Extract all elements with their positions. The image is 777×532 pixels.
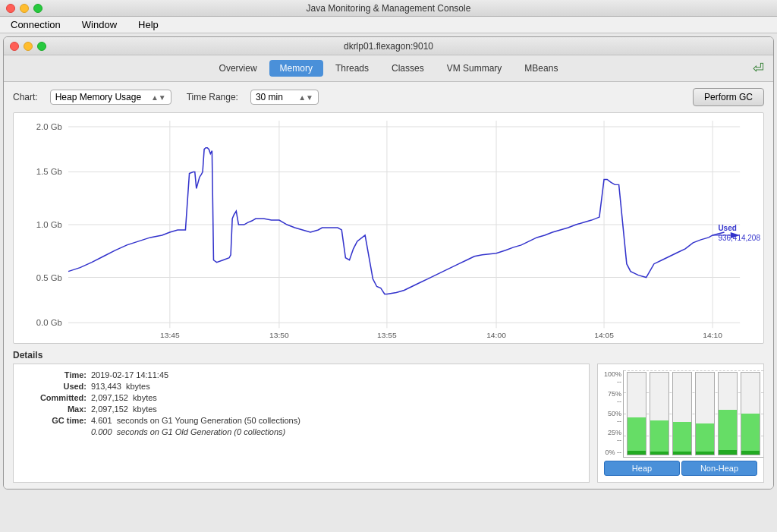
inner-controls[interactable] <box>10 42 46 51</box>
svg-text:14:05: 14:05 <box>594 331 614 339</box>
chart-value-label: Used 936,414,208 <box>718 223 760 243</box>
title-bar: Java Monitoring & Management Console <box>0 0 777 17</box>
tab-threads[interactable]: Threads <box>325 60 379 77</box>
svg-text:13:55: 13:55 <box>377 331 397 339</box>
detail-gc-key: GC time: <box>23 416 91 425</box>
svg-text:2.0 Gb: 2.0 Gb <box>36 122 62 131</box>
svg-text:0.5 Gb: 0.5 Gb <box>36 273 62 282</box>
menu-window[interactable]: Window <box>77 17 121 32</box>
detail-gc1-value: 4.601 seconds on G1 Young Generation (50… <box>91 416 300 425</box>
chart-type-select[interactable]: Heap Memory Usage ▲▼ <box>50 90 171 105</box>
svg-text:1.5 Gb: 1.5 Gb <box>36 168 62 177</box>
memory-chart: 2.0 Gb 1.5 Gb 1.0 Gb 0.5 Gb 0.0 Gb <box>14 113 763 343</box>
detail-gc2-value: 0.000 seconds on G1 Old Generation (0 co… <box>91 427 285 436</box>
details-area: Time: 2019-02-17 14:11:45 Used: 913,443 … <box>13 364 764 483</box>
detail-used-row: Used: 913,443 kbytes <box>23 382 580 391</box>
detail-committed-key: Committed: <box>23 393 91 402</box>
svg-text:0.0 Gb: 0.0 Gb <box>36 318 62 327</box>
detail-time-row: Time: 2019-02-17 14:11:45 <box>23 370 580 379</box>
time-range-label: Time Range: <box>187 92 238 102</box>
svg-text:1.0 Gb: 1.0 Gb <box>36 220 62 229</box>
chart-controls: Chart: Heap Memory Usage ▲▼ Time Range: … <box>13 88 764 106</box>
detail-gc1-row: GC time: 4.601 seconds on G1 Young Gener… <box>23 416 580 425</box>
svg-text:13:50: 13:50 <box>269 331 289 339</box>
detail-max-row: Max: 2,097,152 kbytes <box>23 405 580 414</box>
inner-title-bar: dkrlp01.flexagon:9010 <box>4 37 773 55</box>
non-heap-button[interactable]: Non-Heap <box>681 461 757 476</box>
detail-used-key: Used: <box>23 382 91 391</box>
menu-bar: Connection Window Help <box>0 17 777 33</box>
detail-used-value: 913,443 kbytes <box>91 382 150 391</box>
close-button[interactable] <box>6 4 15 13</box>
inner-maximize-button[interactable] <box>37 42 46 51</box>
detail-committed-value: 2,097,152 kbytes <box>91 393 157 402</box>
menu-connection[interactable]: Connection <box>6 17 65 32</box>
inner-minimize-button[interactable] <box>24 42 33 51</box>
svg-text:14:10: 14:10 <box>703 331 722 339</box>
perform-gc-button[interactable]: Perform GC <box>693 88 764 106</box>
menu-help[interactable]: Help <box>134 17 163 32</box>
detail-committed-row: Committed: 2,097,152 kbytes <box>23 393 580 402</box>
detail-time-value: 2019-02-17 14:11:45 <box>91 370 168 379</box>
svg-text:13:45: 13:45 <box>160 331 180 339</box>
chart-label: Chart: <box>13 92 38 102</box>
heap-button[interactable]: Heap <box>604 461 680 476</box>
main-window: dkrlp01.flexagon:9010 Overview Memory Th… <box>3 36 774 490</box>
speaker-icon: ⏎ <box>753 60 764 77</box>
chart-select-arrow: ▲▼ <box>151 93 166 102</box>
content-area: Chart: Heap Memory Usage ▲▼ Time Range: … <box>4 82 773 489</box>
svg-text:14:00: 14:00 <box>486 331 506 339</box>
time-range-arrow: ▲▼ <box>298 93 313 102</box>
bar-1 <box>627 372 646 455</box>
app-title: Java Monitoring & Management Console <box>307 3 471 14</box>
detail-max-value: 2,097,152 kbytes <box>91 405 157 414</box>
tab-overview[interactable]: Overview <box>209 60 268 77</box>
tab-bar: Overview Memory Threads Classes VM Summa… <box>4 55 773 82</box>
details-table: Time: 2019-02-17 14:11:45 Used: 913,443 … <box>13 364 590 483</box>
tab-classes[interactable]: Classes <box>381 60 435 77</box>
tab-vm-summary[interactable]: VM Summary <box>436 60 513 77</box>
bar-y-axis: 100% -- 75% -- 50% -- 25% -- 0% -- <box>604 370 623 458</box>
bar-4 <box>695 372 715 455</box>
detail-gc2-key <box>23 427 91 436</box>
bar-2 <box>650 372 669 455</box>
tab-memory[interactable]: Memory <box>269 60 323 77</box>
chart-container: 2.0 Gb 1.5 Gb 1.0 Gb 0.5 Gb 0.0 Gb <box>13 112 764 344</box>
maximize-button[interactable] <box>33 4 42 13</box>
time-range-select[interactable]: 30 min ▲▼ <box>250 90 319 105</box>
bar-3 <box>672 372 692 455</box>
details-header: Details <box>13 350 764 360</box>
bar-5 <box>718 372 738 455</box>
inner-close-button[interactable] <box>10 42 19 51</box>
minimize-button[interactable] <box>20 4 29 13</box>
tab-mbeans[interactable]: MBeans <box>514 60 568 77</box>
window-controls[interactable] <box>6 4 42 13</box>
connection-title: dkrlp01.flexagon:9010 <box>344 41 433 52</box>
detail-gc2-row: 0.000 seconds on G1 Old Generation (0 co… <box>23 427 580 436</box>
bar-6 <box>741 372 760 455</box>
memory-bar-chart: 100% -- 75% -- 50% -- 25% -- 0% -- <box>597 364 764 483</box>
detail-time-key: Time: <box>23 370 91 379</box>
detail-max-key: Max: <box>23 405 91 414</box>
bar-labels: Heap Non-Heap <box>604 461 757 476</box>
